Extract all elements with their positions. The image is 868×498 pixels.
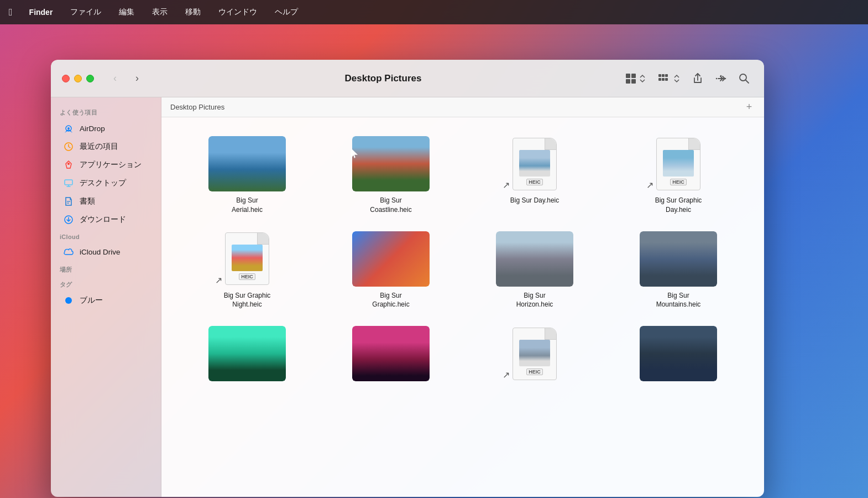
- heic-arrow-icon: ↗: [503, 180, 510, 190]
- file-thumb-bigsur-horizon: [496, 231, 573, 287]
- file-name-bigsur-day: Big Sur Day.heic: [510, 196, 559, 205]
- heic-arrow-icon-4: ↗: [503, 370, 510, 380]
- sidebar-item-airdrop[interactable]: AirDrop: [54, 120, 158, 137]
- svg-rect-6: [665, 74, 668, 77]
- svg-rect-8: [662, 78, 665, 81]
- back-button[interactable]: ‹: [107, 71, 123, 86]
- file-thumb-row3-4: [640, 326, 717, 381]
- svg-point-14: [67, 163, 70, 165]
- sidebar-docs-label: 書類: [80, 196, 95, 206]
- file-item-row3-4[interactable]: [609, 320, 747, 391]
- heic-badge-2: HEIC: [670, 179, 687, 185]
- apple-logo-icon[interactable]: : [9, 7, 13, 18]
- toolbar-title: Desktop Pictures: [151, 73, 615, 84]
- file-thumb-bigsur-day: HEIC ↗: [496, 136, 573, 191]
- menubar-help[interactable]: ヘルプ: [271, 5, 301, 19]
- airdrop-icon: [63, 123, 74, 134]
- sidebar-downloads-label: ダウンロード: [80, 215, 126, 225]
- file-name-bigsur-aerial: Big SurAerial.heic: [232, 196, 263, 215]
- file-name-bigsur-horizon: Big SurHorizon.heic: [516, 291, 553, 310]
- file-item-bigsur-mountains[interactable]: Big SurMountains.heic: [609, 226, 747, 315]
- chevron-updown-icon: [639, 74, 646, 83]
- heic-badge-4: HEIC: [526, 369, 543, 375]
- file-thumb-bigsur-mountains: [640, 231, 717, 287]
- minimize-button[interactable]: [74, 75, 82, 82]
- finder-window: ‹ › Desktop Pictures: [51, 60, 764, 497]
- icloud-label: iCloud: [51, 229, 161, 242]
- sidebar-item-recent[interactable]: 最近の項目: [54, 138, 158, 155]
- file-name-bigsur-graphicday: Big Sur GraphicDay.heic: [655, 196, 702, 215]
- file-thumb-bigsur-coastline: [352, 136, 430, 191]
- heic-arrow-icon-2: ↗: [646, 180, 653, 190]
- more-icon: [715, 72, 727, 85]
- path-add-button[interactable]: +: [743, 101, 755, 113]
- file-item-bigsur-graphicnight[interactable]: HEIC ↗ Big Sur GraphicNight.heic: [178, 226, 316, 315]
- toolbar-controls: [621, 70, 753, 87]
- svg-point-10: [740, 74, 746, 81]
- menubar-finder[interactable]: Finder: [26, 6, 56, 19]
- file-thumb-bigsur-graphicnight: HEIC ↗: [208, 231, 286, 287]
- downloads-icon: [63, 214, 74, 225]
- file-item-row3-1[interactable]: [178, 320, 316, 391]
- file-item-row3-3[interactable]: HEIC ↗: [466, 320, 604, 391]
- file-thumb-bigsur-graphic: [352, 231, 430, 287]
- maximize-button[interactable]: [86, 75, 94, 82]
- forward-button[interactable]: ›: [129, 71, 145, 86]
- menubar-file[interactable]: ファイル: [67, 5, 104, 19]
- file-item-bigsur-graphicday[interactable]: HEIC ↗ Big Sur GraphicDay.heic: [609, 131, 747, 220]
- file-name-bigsur-graphicnight: Big Sur GraphicNight.heic: [224, 291, 271, 310]
- close-button[interactable]: [62, 75, 70, 82]
- svg-rect-0: [626, 74, 630, 78]
- arrange-icon: [658, 74, 671, 84]
- file-item-bigsur-coastline[interactable]: Big SurCoastline.heic: [322, 131, 460, 220]
- toolbar: ‹ › Desktop Pictures: [51, 60, 764, 97]
- heic-badge-3: HEIC: [239, 273, 255, 280]
- sidebar-icloud-label: iCloud Drive: [80, 248, 121, 256]
- file-name-bigsur-coastline: Big SurCoastline.heic: [370, 196, 411, 215]
- file-thumb-bigsur-aerial: [208, 136, 286, 191]
- svg-rect-5: [662, 74, 665, 77]
- file-item-bigsur-aerial[interactable]: Big SurAerial.heic: [178, 131, 316, 220]
- menubar-window[interactable]: ウインドウ: [215, 5, 260, 19]
- svg-rect-7: [658, 78, 661, 81]
- menubar:  Finder ファイル 編集 表示 移動 ウインドウ ヘルプ: [0, 0, 868, 24]
- menubar-view[interactable]: 表示: [149, 5, 171, 19]
- svg-rect-15: [65, 180, 72, 185]
- view-icon-button[interactable]: [621, 70, 649, 87]
- file-thumb-bigsur-graphicday: HEIC ↗: [640, 136, 717, 191]
- file-item-row3-2[interactable]: [322, 320, 460, 391]
- grid-icon: [625, 72, 637, 85]
- file-thumb-row3-3: HEIC ↗: [496, 326, 573, 381]
- svg-rect-4: [658, 74, 661, 77]
- traffic-lights: [62, 75, 94, 82]
- file-item-bigsur-horizon[interactable]: Big SurHorizon.heic: [466, 226, 604, 315]
- share-button[interactable]: [689, 70, 707, 87]
- recent-icon: [63, 141, 74, 152]
- svg-point-19: [65, 297, 72, 304]
- places-label: 場所: [51, 261, 161, 276]
- sidebar-item-apps[interactable]: アプリケーション: [54, 156, 158, 174]
- search-button[interactable]: [735, 70, 753, 87]
- svg-rect-2: [626, 79, 630, 84]
- sidebar-item-docs[interactable]: 書類: [54, 193, 158, 210]
- file-area: Desktop Pictures + Big SurAerial.heic: [161, 97, 764, 497]
- svg-rect-1: [631, 74, 636, 78]
- menubar-edit[interactable]: 編集: [116, 5, 138, 19]
- arrange-button[interactable]: [655, 71, 683, 86]
- sidebar: よく使う項目 AirDrop: [51, 97, 161, 497]
- sidebar-item-downloads[interactable]: ダウンロード: [54, 211, 158, 229]
- menubar-go[interactable]: 移動: [182, 5, 204, 19]
- file-thumb-row3-2: [352, 326, 430, 381]
- arrange-chevron-icon: [673, 74, 680, 83]
- path-bar: Desktop Pictures +: [161, 97, 764, 117]
- file-item-bigsur-graphic[interactable]: Big SurGraphic.heic: [322, 226, 460, 315]
- sidebar-item-icloud[interactable]: iCloud Drive: [54, 243, 158, 261]
- more-button[interactable]: [712, 70, 730, 87]
- sidebar-desktop-label: デスクトップ: [80, 178, 126, 188]
- sidebar-apps-label: アプリケーション: [80, 160, 142, 170]
- sidebar-item-tag-blue[interactable]: ブルー: [54, 292, 158, 309]
- file-item-bigsur-day[interactable]: HEIC ↗ Big Sur Day.heic: [466, 131, 604, 220]
- svg-rect-3: [631, 79, 636, 84]
- sidebar-item-desktop[interactable]: デスクトップ: [54, 174, 158, 192]
- file-grid: Big SurAerial.heic Big SurCoastline.heic: [161, 117, 764, 404]
